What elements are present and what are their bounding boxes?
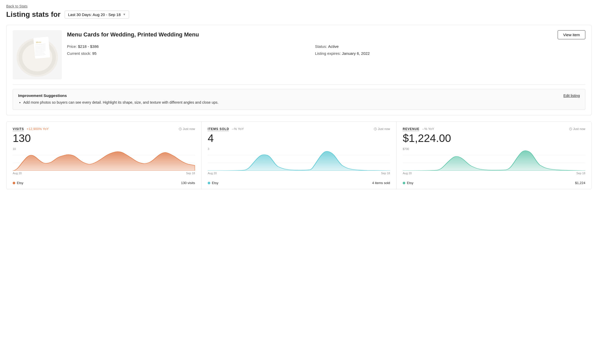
visits-chart-svg — [13, 147, 195, 171]
listing-title: Menu Cards for Wedding, Printed Wedding … — [67, 31, 552, 38]
status-field: Status: Active — [315, 44, 553, 49]
revenue-x-labels: Aug 20 Sep 18 — [403, 172, 585, 175]
visits-timestamp: Just now — [179, 127, 195, 131]
visits-x-labels: Aug 20 Sep 18 — [13, 172, 195, 175]
date-range-label: Last 30 Days: Aug 20 - Sep 18 — [68, 12, 121, 17]
revenue-label: REVENUE — [403, 127, 420, 131]
items-sold-footer: Etsy 4 items sold — [208, 181, 390, 185]
edit-listing-link[interactable]: Edit listing — [563, 94, 580, 98]
clock-icon — [179, 127, 182, 131]
page-title: Listing stats for — [6, 10, 61, 19]
stats-row: VISITS +12,900% YoY Just now 130 10 — [6, 122, 592, 189]
visits-y-label: 10 — [13, 147, 16, 150]
revenue-card: REVENUE --% YoY Just now $1,224.00 $700 — [397, 122, 592, 189]
revenue-yoy: --% YoY — [422, 127, 434, 131]
items-sold-header-left: ITEMS SOLD --% YoY — [208, 127, 244, 131]
view-item-button[interactable]: View item — [558, 30, 585, 39]
items-sold-x-start: Aug 20 — [208, 172, 217, 175]
items-sold-header: ITEMS SOLD --% YoY Just now — [208, 127, 390, 131]
price-field: Price: $218 - $386 — [67, 44, 305, 49]
clock-icon-2 — [374, 127, 377, 131]
items-sold-legend-dot — [208, 182, 210, 184]
listing-top-section: Menu Menu Cards for Wedding, Printed Wed… — [13, 30, 585, 79]
revenue-header: REVENUE --% YoY Just now — [403, 127, 585, 131]
revenue-x-start: Aug 20 — [403, 172, 412, 175]
visits-card: VISITS +12,900% YoY Just now 130 10 — [6, 122, 201, 189]
items-sold-x-labels: Aug 20 Sep 18 — [208, 172, 390, 175]
items-sold-x-end: Sep 18 — [381, 172, 390, 175]
revenue-value: $1,224.00 — [403, 132, 585, 144]
revenue-timestamp: Just now — [569, 127, 585, 131]
revenue-legend-dot — [403, 182, 405, 184]
items-sold-legend-value: 4 items sold — [372, 181, 390, 185]
improvement-header: Improvement Suggestions Edit listing — [18, 93, 580, 98]
items-sold-legend: Etsy — [208, 181, 218, 185]
items-sold-chart-svg — [208, 147, 390, 171]
svg-line-21 — [375, 129, 376, 130]
page-header: Listing stats for Last 30 Days: Aug 20 -… — [6, 10, 592, 19]
visits-x-start: Aug 20 — [13, 172, 22, 175]
svg-text:Menu: Menu — [35, 41, 41, 44]
items-sold-chart: 3 Aug 20 Sep 18 — [208, 147, 390, 178]
listing-divider — [13, 85, 585, 85]
listing-info: Menu Cards for Wedding, Printed Wedding … — [67, 30, 552, 56]
visits-header: VISITS +12,900% YoY Just now — [13, 127, 195, 131]
visits-legend-dot — [13, 182, 15, 184]
clock-icon-3 — [569, 127, 572, 131]
revenue-legend: Etsy — [403, 181, 413, 185]
back-to-stats-link[interactable]: Back to Stats — [6, 4, 592, 8]
items-sold-card: ITEMS SOLD --% YoY Just now 4 3 — [201, 122, 397, 189]
improvement-item: Add more photos so buyers can see every … — [23, 100, 580, 104]
expires-field: Listing expires: January 6, 2022 — [315, 51, 553, 56]
listing-meta: Price: $218 - $386 Status: Active Curren… — [67, 44, 552, 56]
revenue-header-left: REVENUE --% YoY — [403, 127, 434, 131]
revenue-chart-svg — [403, 147, 585, 171]
visits-legend-value: 130 visits — [181, 181, 195, 185]
visits-legend: Etsy — [13, 181, 23, 185]
revenue-legend-value: $1,224 — [575, 181, 585, 185]
improvement-list: Add more photos so buyers can see every … — [18, 100, 580, 104]
stock-field: Current stock: 95 — [67, 51, 305, 56]
improvement-title: Improvement Suggestions — [18, 93, 67, 98]
visits-x-end: Sep 18 — [186, 172, 195, 175]
svg-line-26 — [571, 129, 571, 130]
visits-yoy: +12,900% YoY — [27, 127, 49, 131]
svg-line-16 — [180, 129, 181, 130]
visits-footer: Etsy 130 visits — [13, 181, 195, 185]
revenue-footer: Etsy $1,224 — [403, 181, 585, 185]
revenue-chart: $700 Aug 20 Sep 18 — [403, 147, 585, 178]
items-sold-value: 4 — [208, 132, 390, 144]
visits-header-left: VISITS +12,900% YoY — [13, 127, 49, 131]
items-sold-timestamp: Just now — [374, 127, 390, 131]
visits-chart: 10 Aug 20 Sep 18 — [13, 147, 195, 178]
visits-label: VISITS — [13, 127, 24, 131]
svg-rect-3 — [33, 37, 50, 59]
items-sold-y-label: 3 — [208, 147, 209, 150]
listing-top-right: View item — [558, 30, 585, 39]
improvement-suggestions-box: Improvement Suggestions Edit listing Add… — [13, 89, 585, 110]
visits-value: 130 — [13, 132, 195, 144]
chevron-down-icon: ▼ — [123, 13, 126, 16]
listing-image: Menu — [13, 30, 62, 79]
revenue-y-label: $700 — [403, 147, 409, 150]
items-sold-label: ITEMS SOLD — [208, 127, 229, 131]
revenue-x-end: Sep 18 — [576, 172, 585, 175]
listing-card: Menu Menu Cards for Wedding, Printed Wed… — [6, 25, 592, 115]
items-sold-yoy: --% YoY — [232, 127, 244, 131]
date-range-dropdown[interactable]: Last 30 Days: Aug 20 - Sep 18 ▼ — [65, 11, 129, 19]
